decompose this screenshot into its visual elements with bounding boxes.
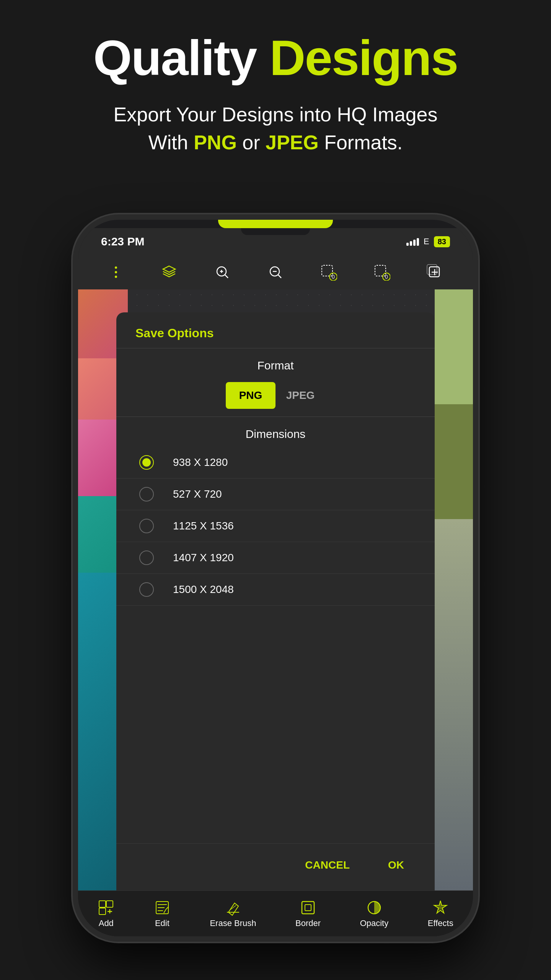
img-right-3 (435, 519, 473, 890)
sub-png: PNG (194, 131, 237, 154)
headline: Quality Designs (0, 31, 551, 85)
dim-value-4: 1500 X 2048 (173, 583, 234, 596)
radio-1[interactable] (139, 487, 154, 501)
radio-dot (142, 458, 151, 467)
nav-label-erase: Erase Brush (210, 918, 256, 928)
nav-label-opacity: Opacity (360, 918, 389, 928)
phone-wrapper: 6:23 PM E 83 (73, 214, 478, 942)
dim-row-1[interactable]: 527 X 720 (116, 479, 435, 510)
status-icons: E 83 (406, 236, 450, 247)
nav-label-edit: Edit (155, 918, 170, 928)
dim-value-1: 527 X 720 (173, 488, 222, 500)
svg-point-2 (115, 276, 117, 278)
sub-jpeg: JPEG (266, 131, 319, 154)
svg-rect-35 (305, 905, 311, 911)
nav-item-effects[interactable]: Effects (428, 899, 453, 928)
bottom-nav: Add Edit (78, 890, 473, 936)
zoom-out-icon (267, 264, 284, 281)
radio-3[interactable] (139, 550, 154, 565)
svg-rect-23 (99, 908, 106, 915)
effects-icon (432, 899, 449, 916)
cancel-button[interactable]: CANCEL (297, 855, 357, 875)
format-png-btn[interactable]: PNG (226, 382, 276, 409)
svg-rect-11 (322, 265, 333, 276)
dimensions-label: Dimensions (116, 417, 435, 447)
svg-text:0: 0 (332, 274, 335, 280)
format-label: Format (116, 348, 435, 378)
format-jpeg-btn[interactable]: JPEG (276, 382, 325, 409)
nav-label-border: Border (295, 918, 321, 928)
phone-top-accent (218, 220, 333, 228)
sub-with: With (148, 131, 194, 154)
dialog-title: Save Options (116, 312, 435, 348)
border-icon (300, 899, 316, 916)
subheadline: Export Your Designs into HQ Images With … (0, 101, 551, 157)
sub-or: or (237, 131, 266, 154)
battery-value: 83 (438, 237, 446, 246)
svg-marker-3 (163, 266, 175, 272)
network-text: E (424, 237, 429, 247)
dim-row-0[interactable]: 938 X 1280 (116, 447, 435, 479)
svg-line-10 (278, 275, 281, 278)
svg-point-1 (115, 271, 117, 273)
dots-icon (108, 264, 124, 281)
selection-subtract-icon: 0 (373, 264, 390, 281)
phone-frame: 6:23 PM E 83 (73, 214, 478, 942)
add-layer-icon (426, 264, 443, 281)
sub-end: Formats. (319, 131, 403, 154)
save-dialog: Save Options Format PNG JPEG Dimensions (116, 312, 435, 890)
dim-value-3: 1407 X 1920 (173, 552, 234, 564)
dim-row-4[interactable]: 1500 X 2048 (116, 574, 435, 606)
toolbar: 0 0 (78, 255, 473, 289)
svg-line-7 (225, 275, 228, 278)
nav-label-effects: Effects (428, 918, 453, 928)
edit-icon (154, 899, 171, 916)
zoom-in-icon (214, 264, 231, 281)
toolbar-btn-add-layer[interactable] (423, 261, 446, 284)
side-btn-extra (73, 465, 78, 518)
ok-button[interactable]: OK (380, 855, 412, 875)
nav-item-border[interactable]: Border (295, 899, 321, 928)
img-right-2 (435, 404, 473, 519)
header-section: Quality Designs Export Your Designs into… (0, 0, 551, 180)
dim-row-3[interactable]: 1407 X 1920 (116, 542, 435, 574)
nav-item-edit[interactable]: Edit (154, 899, 171, 928)
dialog-actions: CANCEL OK (116, 843, 435, 890)
svg-rect-20 (427, 265, 437, 274)
radio-2[interactable] (139, 519, 154, 533)
nav-label-add: Add (99, 918, 114, 928)
svg-rect-34 (302, 902, 314, 914)
svg-point-0 (115, 266, 117, 269)
signal-icon (406, 237, 419, 246)
svg-line-31 (164, 909, 166, 913)
toolbar-btn-dots[interactable] (104, 261, 127, 284)
nav-item-opacity[interactable]: Opacity (360, 899, 389, 928)
dim-value-0: 938 X 1280 (173, 456, 228, 469)
radio-4[interactable] (139, 582, 154, 597)
svg-rect-22 (106, 901, 113, 907)
canvas-image-right (435, 289, 473, 890)
format-row: PNG JPEG (116, 378, 435, 416)
svg-text:0: 0 (385, 274, 388, 280)
nav-item-add[interactable]: Add (98, 899, 114, 928)
add-icon (98, 899, 114, 916)
signal-bar-1 (406, 243, 409, 246)
nav-item-erase[interactable]: Erase Brush (210, 899, 256, 928)
toolbar-btn-layers[interactable] (158, 261, 181, 284)
selection-add-icon: 0 (320, 264, 337, 281)
img-right-1 (435, 289, 473, 404)
toolbar-btn-selection-add[interactable]: 0 (317, 261, 340, 284)
phone-canvas: ← ✦ Save Options Format PNG JPEG Dimensi… (78, 289, 473, 890)
toolbar-btn-zoom-out[interactable] (264, 261, 287, 284)
signal-bar-4 (417, 238, 419, 246)
svg-rect-21 (99, 901, 106, 907)
headline-white: Quality (93, 30, 270, 86)
dim-row-2[interactable]: 1125 X 1536 (116, 510, 435, 542)
signal-bar-3 (413, 240, 416, 246)
radio-selected[interactable] (139, 455, 154, 470)
battery-badge: 83 (434, 236, 450, 247)
phone-notch (241, 228, 310, 235)
toolbar-btn-zoom-in[interactable] (211, 261, 234, 284)
headline-accent: Designs (270, 30, 458, 86)
toolbar-btn-selection-subtract[interactable]: 0 (370, 261, 393, 284)
